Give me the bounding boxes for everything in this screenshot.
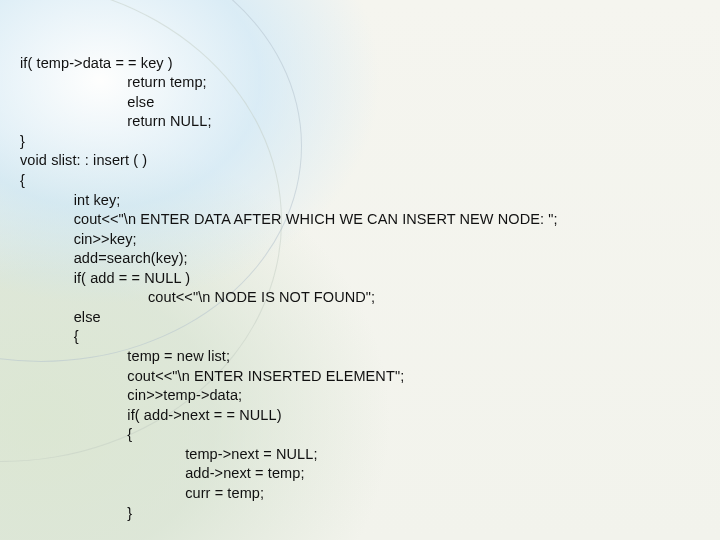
code-line: add=search(key);: [20, 250, 188, 266]
code-line: temp->next = NULL;: [20, 446, 318, 462]
code-line: cout<<"\n ENTER INSERTED ELEMENT";: [20, 368, 404, 384]
code-line: else: [20, 94, 154, 110]
code-line: {: [20, 328, 79, 344]
code-line: else: [20, 309, 101, 325]
code-line: if( add = = NULL ): [20, 270, 190, 286]
code-line: if( temp->data = = key ): [20, 55, 173, 71]
code-line: curr = temp;: [20, 485, 264, 501]
code-line: }: [20, 505, 132, 521]
code-line: }: [20, 133, 25, 149]
code-line: add->next = temp;: [20, 465, 305, 481]
code-line: cout<<"\n NODE IS NOT FOUND";: [20, 289, 375, 305]
code-line: void slist: : insert ( ): [20, 152, 147, 168]
code-line: temp = new list;: [20, 348, 230, 364]
code-line: cout<<"\n ENTER DATA AFTER WHICH WE CAN …: [20, 211, 558, 227]
code-line: return NULL;: [20, 113, 212, 129]
code-line: {: [20, 172, 25, 188]
code-line: {: [20, 426, 132, 442]
code-line: int key;: [20, 192, 120, 208]
code-block: if( temp->data = = key ) return temp; el…: [0, 0, 720, 523]
code-line: return temp;: [20, 74, 207, 90]
code-line: cin>>key;: [20, 231, 137, 247]
code-line: if( add->next = = NULL): [20, 407, 282, 423]
code-line: cin>>temp->data;: [20, 387, 242, 403]
